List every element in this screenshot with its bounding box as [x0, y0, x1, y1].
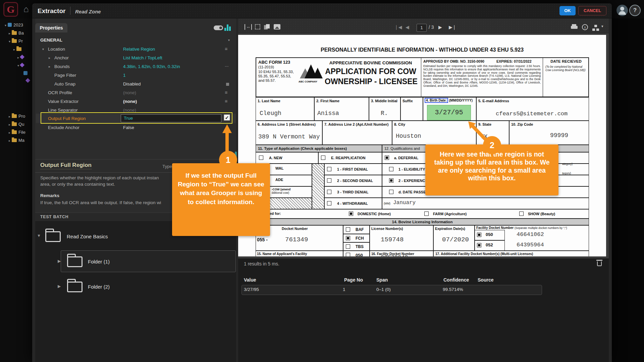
col-header-page-no[interactable]: Page No [344, 277, 363, 283]
label-denial4: 4 - WITHDRAWAL [337, 201, 368, 205]
chart-icon[interactable] [224, 24, 231, 31]
menu-icon[interactable]: ≡ [225, 99, 227, 104]
label-deferral: a. DEFERRAL [394, 156, 418, 160]
trash-icon[interactable] [597, 261, 602, 266]
label-city: 8. City [394, 122, 405, 126]
previous-page-button[interactable]: ◀ [406, 24, 409, 30]
tab-properties[interactable]: Properties [35, 23, 67, 33]
tree-item[interactable]: ▸File [9, 130, 25, 136]
chevron-down-icon[interactable]: ▾ [228, 38, 230, 42]
fit-width-icon[interactable]: ↔ [245, 24, 252, 30]
result-confidence: 99.5714% [443, 287, 463, 292]
prop-label-ocr-profile[interactable]: OCR Profile [48, 90, 72, 95]
chevron-down-icon[interactable]: ▾ [42, 47, 44, 51]
chevron-down-icon[interactable]: ▾ [601, 24, 603, 28]
prop-label-anchor[interactable]: Anchor [54, 55, 69, 60]
prop-value-location[interactable]: Relative Region [123, 47, 155, 52]
tree-item[interactable]: ▾2023 [5, 22, 23, 29]
label-right-fragment1: ategory) [562, 162, 573, 166]
tree-item-folder1-box[interactable] [61, 250, 236, 272]
tree-item[interactable]: ▾ [17, 63, 26, 69]
col-header-value[interactable]: Value [244, 277, 256, 283]
chevron-down-icon: ▾ [5, 23, 6, 27]
square-icon[interactable] [226, 83, 229, 86]
first-page-button[interactable]: ❘◀ [394, 24, 402, 30]
tree-item[interactable] [23, 71, 29, 77]
prop-value-ocr-profile[interactable]: (none) [123, 90, 136, 95]
prop-value-line-separator[interactable]: (none) [123, 108, 136, 113]
prop-label-auto-snap[interactable]: Auto Snap [54, 81, 75, 86]
prop-label-value-extractor[interactable]: Value Extractor [48, 99, 78, 104]
menu-icon[interactable]: ≡ [225, 46, 227, 52]
ocr-region-icon[interactable] [255, 24, 260, 29]
col-header-confidence[interactable]: Confidence [443, 277, 469, 283]
tree-item[interactable] [26, 78, 32, 85]
result-row[interactable] [241, 285, 542, 295]
prop-label-line-separator[interactable]: Line Separator [48, 108, 78, 113]
prop-value-page-filter[interactable]: 1 [123, 73, 126, 78]
tree-item[interactable]: ▸Ma [9, 138, 24, 144]
chevron-right-icon[interactable]: ▸ [49, 65, 50, 68]
date-received-label: DATE RECIEVED [543, 59, 589, 63]
folder-icon [12, 138, 17, 142]
cancel-button[interactable]: CANCEL [578, 6, 606, 15]
label-middle-initial: 3. Middle Initial [371, 99, 397, 103]
prop-value-exclude-anchor[interactable]: False [123, 125, 134, 130]
prop-value-anchor[interactable]: List Match / TopLeft [123, 55, 162, 60]
image-icon[interactable] [274, 24, 280, 29]
folder-icon [16, 47, 21, 51]
callout-number-1: 1 [219, 151, 237, 169]
prop-value-bounds[interactable]: 4.38in, 1.62in, 0.92in, 0.32in [123, 64, 180, 69]
col-header-span[interactable]: Span [376, 277, 388, 283]
tree-item[interactable]: ▸ [17, 55, 26, 61]
home-icon[interactable]: ⌂ [23, 4, 29, 14]
col-header-source[interactable]: Source [478, 277, 493, 283]
label-expiration: Expiration Date(s) [435, 227, 465, 231]
print-icon[interactable] [571, 24, 578, 29]
folder-icon[interactable] [45, 231, 61, 242]
info-icon[interactable]: i [582, 24, 588, 30]
object-icon [20, 63, 24, 67]
chevron-right-icon[interactable]: ▶ [58, 259, 61, 263]
tree-item[interactable]: ▸Ba [9, 31, 24, 37]
folder-icon[interactable] [67, 282, 83, 292]
tree-item[interactable]: ▸Pro [9, 114, 25, 120]
chevron-right-icon[interactable]: ▸ [49, 56, 50, 60]
ellipsis-icon[interactable]: ... [225, 62, 229, 68]
prop-value-value-extractor[interactable]: (none) [123, 99, 137, 104]
tree-item-read-zone-basics[interactable]: Read Zone Basics [67, 234, 108, 239]
page-number-input[interactable]: 1 [417, 24, 427, 32]
next-page-button[interactable]: ▶ [438, 24, 442, 30]
pages-icon[interactable] [264, 24, 270, 29]
prop-label-exclude-anchor[interactable]: Exclude Anchor [48, 125, 79, 130]
ok-button[interactable]: OK [559, 6, 576, 15]
tree-item[interactable]: ▾Pr [9, 39, 23, 45]
tree-item[interactable]: ▸ [13, 47, 23, 53]
help-button[interactable]: ? [629, 5, 641, 16]
prop-label-page-filter[interactable]: Page Filter [54, 73, 76, 78]
prop-label-output-full-region[interactable]: Output Full Region [48, 116, 86, 121]
tree-item-folder2[interactable]: Folder (2) [88, 284, 110, 290]
chevron-right-icon[interactable]: ▶ [58, 284, 61, 289]
tree-item-folder1[interactable]: Folder (1) [88, 259, 110, 264]
layout-options-icon[interactable] [594, 25, 597, 27]
folder-icon [12, 130, 17, 134]
tree-item[interactable]: ▸Qu [9, 122, 24, 128]
prop-value-auto-snap[interactable]: Disabled [123, 81, 141, 86]
prop-label-bounds[interactable]: Bounds [54, 64, 70, 69]
toggle-icon[interactable] [214, 25, 223, 30]
section-general[interactable]: GENERAL [40, 38, 62, 43]
chevron-right-icon: ▸ [9, 32, 10, 35]
chevron-down-icon[interactable]: ▼ [37, 233, 41, 238]
last-page-button[interactable]: ▶❘ [449, 24, 457, 30]
label-month-fmt: (MM) [384, 202, 390, 205]
result-value: 3/27/95 [244, 287, 259, 292]
menu-icon[interactable]: ≡ [225, 90, 227, 95]
workspace-tree: ▾2023 ▸Ba ▾Pr ▸ ▸ ▾ ▸Pro ▸Qu ▸File ▸Ma [0, 18, 32, 362]
user-avatar[interactable] [616, 5, 628, 16]
folder-icon[interactable] [67, 256, 83, 267]
person-icon [620, 7, 624, 11]
dialog-title: Extractor [38, 7, 65, 15]
grooper-logo-icon[interactable]: G [3, 2, 18, 17]
prop-label-location[interactable]: Location [48, 47, 65, 52]
